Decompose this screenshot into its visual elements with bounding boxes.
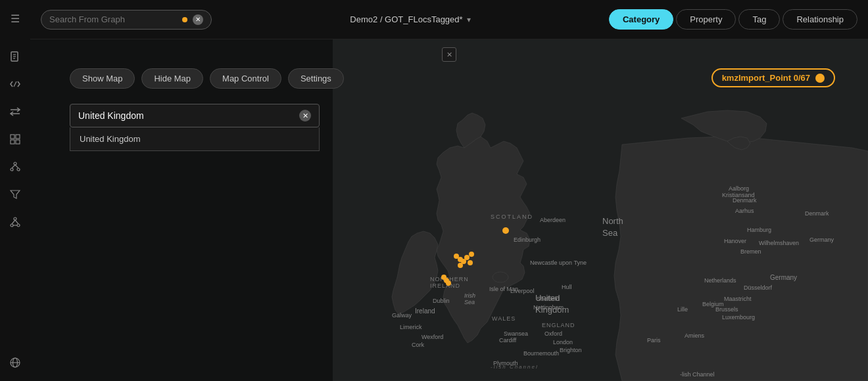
map-container[interactable]: SCOTLAND Aberdeen Edinburgh Newcastle up… [30,39,868,381]
map-toolbar: Show Map Hide Map Map Control Settings [70,68,344,89]
project-name: Demo2 / GOT_FLocsTagged* [350,14,462,24]
svg-line-20 [12,220,15,224]
graph-icon[interactable] [3,210,27,234]
map-point-11 [446,280,451,286]
overlay-close-button[interactable]: ✕ [442,47,456,62]
svg-point-28 [493,272,508,282]
globe-icon[interactable] [3,351,27,374]
topbar: ✕ Demo2 / GOT_FLocsTagged* ▾ Category Pr… [30,0,868,39]
svg-rect-9 [11,140,14,144]
grid-icon[interactable] [3,127,27,151]
sidebar: ☰ [0,0,30,381]
show-map-button[interactable]: Show Map [70,68,135,89]
transfer-icon[interactable] [3,100,27,123]
tab-group: Category Property Tag Relationship [609,9,857,30]
svg-line-14 [12,165,15,168]
svg-point-11 [14,162,16,165]
svg-marker-16 [11,190,20,198]
location-option-uk[interactable]: United Kingdom [70,127,319,150]
tab-property[interactable]: Property [676,9,736,30]
code-icon[interactable] [3,72,27,96]
location-input-wrapper[interactable]: ✕ [70,104,320,127]
kmz-dot [815,74,825,83]
filter-icon[interactable] [3,183,27,206]
svg-point-18 [11,224,13,227]
document-icon[interactable] [3,45,27,68]
map-point-1 [502,227,509,234]
menu-icon[interactable]: ☰ [3,7,27,30]
main-area: ✕ Demo2 / GOT_FLocsTagged* ▾ Category Pr… [30,0,868,381]
hide-map-button[interactable]: Hide Map [141,68,203,89]
tab-relationship[interactable]: Relationship [783,9,857,30]
kmz-badge: kmzImport_Point 0/67 [711,68,835,87]
map-point-8 [458,263,463,268]
svg-point-19 [17,224,20,227]
content-area: SCOTLAND Aberdeen Edinburgh Newcastle up… [30,39,868,381]
map-control-button[interactable]: Map Control [210,68,281,89]
hierarchy-icon[interactable] [3,155,27,179]
location-search: ✕ United Kingdom [70,104,320,151]
search-dot [182,17,187,22]
location-input[interactable] [78,110,294,121]
search-input[interactable] [49,14,177,24]
svg-line-15 [15,165,18,168]
settings-button[interactable]: Settings [288,68,344,89]
map-point-6 [468,260,473,265]
location-clear-button[interactable]: ✕ [299,110,311,122]
tab-tag[interactable]: Tag [738,9,780,30]
svg-line-4 [14,81,16,87]
svg-rect-8 [16,135,20,139]
svg-rect-10 [16,140,20,144]
map-point-7 [469,252,474,257]
location-dropdown: United Kingdom [70,127,320,151]
svg-point-17 [14,217,16,220]
svg-rect-7 [11,135,14,139]
chevron-down-icon: ▾ [467,15,471,24]
svg-point-13 [17,168,20,171]
search-clear-button[interactable]: ✕ [193,14,203,25]
kmz-label: kmzImport_Point 0/67 [722,73,810,83]
tab-category[interactable]: Category [609,9,673,30]
search-box[interactable]: ✕ [41,10,212,30]
svg-point-12 [11,168,13,171]
svg-line-21 [15,220,18,224]
project-selector[interactable]: Demo2 / GOT_FLocsTagged* ▾ [350,14,470,24]
